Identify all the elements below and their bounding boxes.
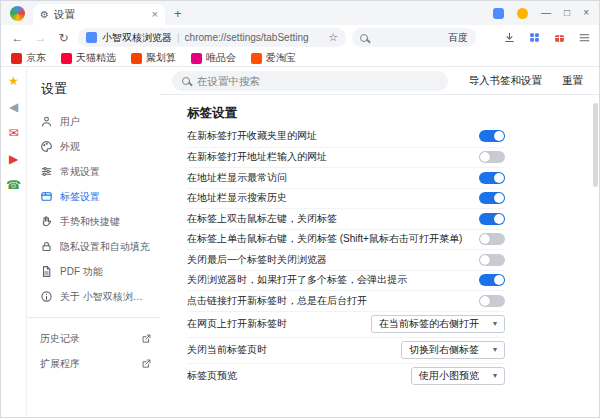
setting-label: 在标签上单击鼠标右键，关闭标签 (Shift+鼠标右击可打开菜单) xyxy=(187,232,472,246)
phone-icon[interactable]: ☎ xyxy=(6,179,21,191)
new-tab-button[interactable]: + xyxy=(174,7,182,20)
toolbar-search-input[interactable] xyxy=(374,32,442,43)
search-engine-label[interactable]: 百度 xyxy=(448,31,468,45)
setting-label: 关闭最后一个标签时关闭浏览器 xyxy=(187,253,337,267)
apps-grid-icon[interactable] xyxy=(528,31,541,44)
settings-search-input[interactable] xyxy=(197,75,438,87)
setting-label: 标签页预览 xyxy=(187,369,247,383)
bookmark-item[interactable]: 天猫精选 xyxy=(61,51,116,65)
setting-label: 在新标签打开地址栏输入的网址 xyxy=(187,150,337,164)
bookmark-star-icon[interactable]: ☆ xyxy=(328,32,338,43)
dropdown-select[interactable]: 切换到右侧标签▾ xyxy=(401,341,505,359)
browser-window: ⚙ 设置 × + — □ × ← → ↻ 小智双核浏览器 | chrome://… xyxy=(0,0,600,418)
sidebar-item-privacy[interactable]: 隐私设置和自动填充 xyxy=(27,234,160,259)
toolbar: ← → ↻ 小智双核浏览器 | chrome://settings/tabSet… xyxy=(1,25,599,50)
toggle-switch[interactable] xyxy=(479,254,505,266)
setting-toggle-row: 关闭最后一个标签时关闭浏览器 xyxy=(187,249,505,270)
settings-search-icon xyxy=(182,77,190,85)
menu-icon[interactable] xyxy=(578,31,591,44)
bookmark-item[interactable]: 唯品会 xyxy=(191,51,236,65)
favorites-star-icon[interactable]: ★ xyxy=(8,75,19,87)
sidebar-item-pdf[interactable]: PDF 功能 xyxy=(27,259,160,284)
sidebar-item-general[interactable]: 常规设置 xyxy=(27,159,160,184)
setting-label: 在网页上打开新标签时 xyxy=(187,317,297,331)
bookmark-favicon xyxy=(61,53,72,64)
gift-icon[interactable] xyxy=(553,31,566,44)
side-launcher-strip: ★◀✉▶☎ xyxy=(1,67,27,417)
setting-label: 在标签上双击鼠标左键，关闭标签 xyxy=(187,212,347,226)
settings-search[interactable] xyxy=(172,71,448,91)
toggle-switch[interactable] xyxy=(479,151,505,163)
sidebar-item-appearance[interactable]: 外观 xyxy=(27,134,160,159)
tab-settings-section: 标签设置 在新标签打开收藏夹里的网址在新标签打开地址栏输入的网址在地址栏显示最常… xyxy=(160,95,599,417)
window-controls: — □ × xyxy=(493,8,593,19)
mail-icon[interactable]: ✉ xyxy=(8,127,18,139)
gear-icon: ⚙ xyxy=(40,10,49,20)
setting-label: 在地址栏显示搜索历史 xyxy=(187,191,297,205)
vip-icon[interactable] xyxy=(517,8,528,19)
toggle-switch[interactable] xyxy=(479,172,505,184)
video-icon[interactable]: ▶ xyxy=(9,153,18,165)
minimize-button[interactable]: — xyxy=(541,8,551,18)
bookmark-item[interactable]: 爱淘宝 xyxy=(251,51,296,65)
section-title: 标签设置 xyxy=(187,105,505,122)
settings-tab[interactable]: ⚙ 设置 × xyxy=(33,4,165,25)
caret-down-icon: ▾ xyxy=(493,320,497,328)
sidebar-item-person[interactable]: 用户 xyxy=(27,109,160,134)
open-in-new-icon xyxy=(141,333,152,344)
toolbar-icons xyxy=(503,31,591,44)
sidebar-item-about[interactable]: 关于 小智双核浏览器 xyxy=(27,284,160,309)
setting-label: 关闭当前标签页时 xyxy=(187,343,277,357)
toggle-switch[interactable] xyxy=(479,274,505,286)
setting-label: 在新标签打开收藏夹里的网址 xyxy=(187,129,327,143)
sidebar-item-tabs[interactable]: 标签设置 xyxy=(27,184,160,209)
forward-button[interactable]: → xyxy=(32,32,49,44)
toolbar-search[interactable]: 百度 xyxy=(352,28,476,47)
toggle-switch[interactable] xyxy=(479,130,505,142)
toggle-switch[interactable] xyxy=(479,192,505,204)
theme-icon[interactable] xyxy=(493,8,504,19)
setting-select-row: 在网页上打开新标签时在当前标签的右侧打开▾ xyxy=(187,311,505,337)
dropdown-select[interactable]: 在当前标签的右侧打开▾ xyxy=(371,315,505,333)
setting-toggle-row: 关闭浏览器时，如果打开了多个标签，会弹出提示 xyxy=(187,270,505,291)
toggle-switch[interactable] xyxy=(479,213,505,225)
toggle-switch[interactable] xyxy=(479,295,505,307)
site-label: 小智双核浏览器 xyxy=(102,31,172,45)
open-in-new-icon xyxy=(141,358,152,369)
gesture-icon xyxy=(40,215,53,228)
caret-down-icon: ▾ xyxy=(493,346,497,354)
sidebar-divider xyxy=(27,317,160,318)
bookmark-item[interactable]: 京东 xyxy=(11,51,46,65)
sidebar-back-icon[interactable]: ◀ xyxy=(9,101,18,113)
settings-title: 设置 xyxy=(27,71,160,109)
bookmark-favicon xyxy=(11,53,22,64)
tab-close-icon[interactable]: × xyxy=(152,9,158,20)
privacy-icon xyxy=(40,240,53,253)
refresh-button[interactable]: ↻ xyxy=(55,32,72,44)
appearance-icon xyxy=(40,140,53,153)
address-bar[interactable]: 小智双核浏览器 | chrome://settings/tabSetting ☆ xyxy=(78,28,346,47)
close-button[interactable]: × xyxy=(583,8,589,18)
titlebar: ⚙ 设置 × + — □ × xyxy=(1,1,599,25)
bookmark-item[interactable]: 聚划算 xyxy=(131,51,176,65)
download-icon[interactable] xyxy=(503,31,516,44)
setting-label: 在地址栏显示最常访问 xyxy=(187,171,297,185)
settings-main: 导入书签和设置 重置 标签设置 在新标签打开收藏夹里的网址在新标签打开地址栏输入… xyxy=(160,67,599,417)
sidebar-link-1[interactable]: 扩展程序 xyxy=(27,351,160,376)
dropdown-select[interactable]: 使用小图预览▾ xyxy=(411,367,505,385)
sidebar-item-gesture[interactable]: 手势和快捷键 xyxy=(27,209,160,234)
scrollbar-thumb[interactable] xyxy=(593,103,598,187)
content-area: ★◀✉▶☎ 设置 用户外观常规设置标签设置手势和快捷键隐私设置和自动填充PDF … xyxy=(1,67,599,417)
setting-label: 关闭浏览器时，如果打开了多个标签，会弹出提示 xyxy=(187,273,417,287)
address-url: chrome://settings/tabSetting xyxy=(185,32,324,43)
site-icon xyxy=(86,32,97,43)
setting-select-row: 关闭当前标签页时切换到右侧标签▾ xyxy=(187,337,505,363)
reset-button[interactable]: 重置 xyxy=(562,74,583,88)
back-button[interactable]: ← xyxy=(9,32,26,44)
import-bookmarks-button[interactable]: 导入书签和设置 xyxy=(469,74,543,88)
caret-down-icon: ▾ xyxy=(493,372,497,380)
sidebar-link-0[interactable]: 历史记录 xyxy=(27,326,160,351)
toggle-switch[interactable] xyxy=(479,233,505,245)
address-separator: | xyxy=(177,32,180,43)
maximize-button[interactable]: □ xyxy=(564,8,570,18)
